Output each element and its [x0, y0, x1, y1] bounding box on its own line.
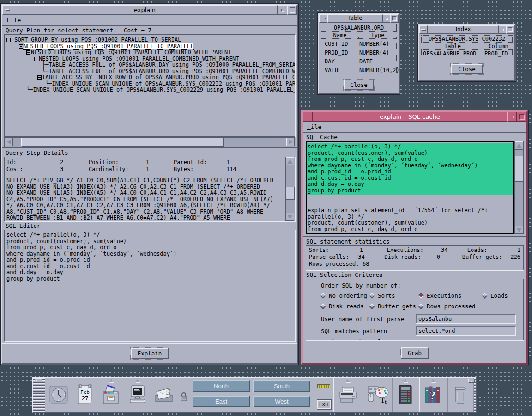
close-button[interactable]: Close — [451, 64, 483, 74]
scrollbar-track[interactable] — [515, 150, 523, 226]
subpanel-arrow-icon[interactable] — [431, 379, 435, 382]
minimize-button[interactable] — [507, 112, 517, 122]
radio-sorts[interactable]: Sorts — [370, 292, 419, 299]
tree-node[interactable]: NESTED LOOPS using PQS :Q91001 PARALLEL_… — [5, 49, 295, 56]
minimize-button[interactable] — [383, 14, 390, 23]
scroll-up-button[interactable] — [515, 141, 523, 150]
file-menu[interactable]: File — [307, 123, 321, 130]
scroll-down-button[interactable] — [515, 226, 523, 234]
query-plan-tree[interactable]: SORT GROUP BY using PQS :Q91002 PARALLEL… — [4, 34, 295, 137]
index-titlebar[interactable]: Index — [419, 25, 514, 34]
maximize-button[interactable] — [506, 25, 514, 34]
tree-node[interactable]: TABLE ACCESS BY INDEX ROWID of OPS$ALANB… — [5, 74, 295, 81]
cache-line: and c.cust_id = o.cust_id — [308, 175, 512, 182]
step-details-panel: Id: 2 Position: 1 Parent Id: 1 Cost: 3 C… — [4, 157, 295, 221]
user-name-label: User name of first parse — [321, 316, 416, 323]
maximize-button[interactable] — [390, 14, 399, 23]
collapse-box-icon[interactable] — [19, 44, 23, 49]
workspace-south-button[interactable]: South — [253, 380, 310, 392]
subpanel-arrow-icon[interactable] — [403, 379, 408, 382]
calculator-launcher[interactable] — [392, 378, 419, 412]
explain-titlebar[interactable]: explain — [2, 5, 297, 15]
scrollbar-thumb[interactable] — [21, 138, 224, 147]
horizontal-scrollbar[interactable] — [4, 137, 295, 147]
rows-processed-value: 68 — [363, 261, 369, 268]
window-menu-button[interactable] — [319, 14, 327, 23]
sql-statement[interactable]: explain plan set statement_id = ´17554´ … — [307, 208, 513, 232]
scrollbar-track[interactable] — [13, 138, 286, 147]
workspace-west-button[interactable]: West — [253, 396, 310, 407]
close-button[interactable]: Close — [344, 80, 374, 90]
style-manager-launcher[interactable]: T t — [363, 378, 392, 412]
sql-editor[interactable]: select /*+ parallel(o, 3) */ product, co… — [4, 230, 295, 341]
panel-handle-right[interactable] — [473, 378, 476, 412]
window-menu-button[interactable] — [303, 112, 313, 122]
radio-rows-processed[interactable]: Rows processed — [419, 303, 475, 310]
maximize-button[interactable] — [517, 112, 526, 122]
file-manager-launcher[interactable] — [98, 378, 124, 412]
subpanel-arrow-icon[interactable] — [109, 379, 114, 382]
tree-node[interactable]: SORT GROUP BY using PQS :Q91002 PARALLEL… — [5, 37, 295, 43]
bytes-label: Bytes: — [174, 166, 226, 173]
workspace-north-button[interactable]: North — [193, 380, 250, 392]
collapse-box-icon[interactable] — [37, 75, 42, 80]
radio-buffer-gets[interactable]: Buffer gets — [370, 303, 419, 310]
radio-no-ordering[interactable]: No ordering — [321, 292, 370, 299]
selected-sql-statement[interactable]: select /*+ parallel(o, 3) */ product, co… — [307, 143, 513, 195]
panel-corner-button[interactable] — [468, 379, 475, 383]
mail-launcher[interactable] — [151, 378, 177, 412]
rows-processed-label: Rows processed: — [309, 261, 363, 268]
scroll-up-button[interactable] — [286, 157, 294, 165]
sql-cache-list[interactable]: select /*+ parallel(o, 3) */ product, co… — [306, 141, 514, 234]
tree-node[interactable]: └─ INDEX UNIQUE SCAN UNIQUE of OPS$ALANB… — [5, 81, 295, 87]
radio-executions[interactable]: Executions — [419, 292, 483, 299]
window-menu-button[interactable] — [419, 25, 428, 34]
tree-node[interactable]: └─ INDEX UNIQUE SCAN UNIQUE of OPS$ALANB… — [5, 87, 295, 93]
pattern-input[interactable]: select.*ord — [416, 326, 516, 336]
step-details-scrollbar[interactable] — [285, 157, 295, 221]
cache-scrollbar[interactable] — [514, 141, 524, 234]
tree-node[interactable]: └─ TABLE ACCESS FULL of OPS$ALANBUR.ORD … — [5, 68, 295, 75]
collapse-box-icon[interactable] — [26, 50, 30, 55]
calendar-launcher[interactable]: Feb 27 — [72, 378, 98, 412]
scrollbar-track[interactable] — [286, 165, 295, 213]
file-menu[interactable]: File — [6, 17, 21, 24]
scroll-left-button[interactable] — [5, 138, 13, 146]
corner-icon — [471, 380, 472, 382]
help-launcher[interactable]: ? — [419, 378, 447, 412]
minimize-icon — [511, 116, 514, 118]
tree-node[interactable]: ├─ TABLE ACCESS FULL of OPS$ALANBUR.DAY … — [5, 62, 295, 68]
exit-button[interactable]: EXIT — [317, 400, 331, 409]
trash-launcher[interactable] — [447, 378, 473, 412]
scroll-down-button[interactable] — [286, 213, 294, 221]
collapse-box-icon[interactable] — [34, 57, 38, 61]
printer-launcher[interactable] — [333, 378, 363, 412]
parent-id-label: Parent Id: — [174, 159, 226, 166]
maximize-button[interactable] — [287, 5, 297, 15]
terminal-launcher[interactable] — [124, 378, 151, 412]
sql-cache-titlebar[interactable]: explain – SQL cache — [303, 112, 526, 122]
subpanel-arrow-icon[interactable] — [135, 379, 140, 382]
editor-line: where dayname in (´monday´, ´tuesday´, ´… — [6, 251, 293, 257]
scrollbar-thumb[interactable] — [286, 187, 295, 200]
minimize-button[interactable] — [278, 5, 287, 15]
lock-launcher[interactable] — [177, 378, 191, 412]
workspace-east-button[interactable]: East — [193, 396, 250, 407]
window-menu-button[interactable] — [2, 5, 12, 15]
grab-button[interactable]: Grab — [401, 347, 429, 359]
panel-minimize-button[interactable] — [35, 379, 42, 383]
subpanel-arrow-icon[interactable] — [345, 379, 350, 382]
radio-loads[interactable]: Loads — [483, 292, 508, 299]
scrollbar-thumb[interactable] — [515, 156, 523, 182]
scroll-right-button[interactable] — [286, 138, 295, 146]
radio-disk-reads[interactable]: Disk reads — [321, 303, 370, 310]
tree-node[interactable]: NESTED LOOPS using PQS :Q91001 PARALLEL_… — [5, 43, 295, 50]
table-titlebar[interactable]: Table — [319, 14, 399, 23]
minimize-button[interactable] — [499, 25, 506, 34]
user-name-input[interactable]: ops$alanbur — [416, 314, 516, 324]
collapse-box-icon[interactable] — [6, 38, 11, 42]
tree-node[interactable]: NESTED LOOPS using PQS :Q91001 PARALLEL_… — [5, 56, 295, 62]
clock-launcher[interactable] — [45, 378, 72, 412]
explain-button[interactable]: Explain — [131, 348, 169, 359]
panel-handle-left[interactable] — [33, 378, 45, 412]
